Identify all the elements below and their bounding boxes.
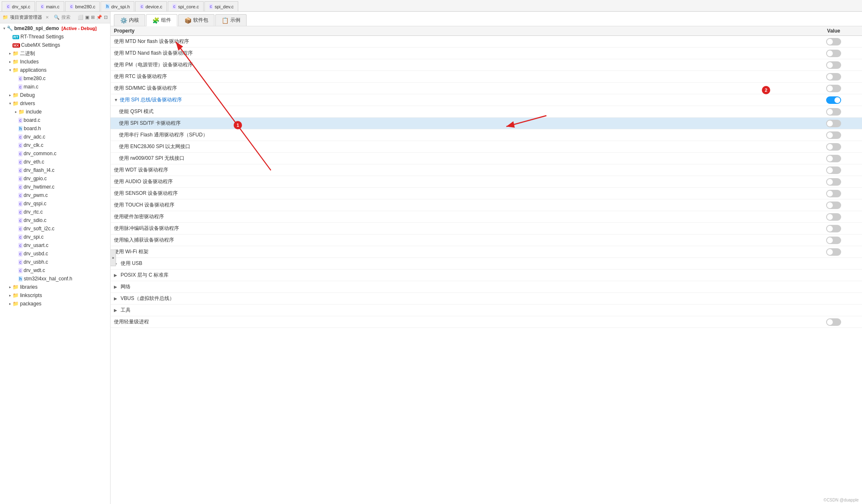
toggle-switch-mtd_nor[interactable] [826,38,841,45]
comp-tab-kernel[interactable]: ⚙️内核 [114,14,145,26]
toggle-switch-wifi[interactable] [826,248,841,256]
tree-item-stm32l4xx_hal_conf_h[interactable]: hstm32l4xx_hal_conf.h [0,275,110,283]
tree-item-binary[interactable]: ▸📁二进制 [0,49,110,58]
tree-item-drv_rtc_c[interactable]: cdrv_rtc.c [0,208,110,216]
toggle-switch-lightweight_process[interactable] [826,318,841,326]
tree-item-main_c[interactable]: cmain.c [0,83,110,91]
tree-item-bme280_c[interactable]: cbme280.c [0,74,110,83]
toggle-switch-mtd_nand[interactable] [826,50,841,57]
sidebar-header: 📁 项目资源管理器 ✕ 🔍 搜索 ⬜ ▣ ⊞ 📌 ⊡ [0,12,110,23]
tree-toggle-libraries[interactable]: ▸ [8,285,13,289]
tab-spi-dev-c[interactable]: c spi_dev.c [204,1,238,11]
tree-toggle-bme280_spi_demo[interactable]: ▾ [2,26,7,30]
toggle-switch-crypto[interactable] [826,213,841,221]
tree-icon-drv_gpio_c: c [18,176,23,181]
tree-item-drv_wdt_c[interactable]: cdrv_wdt.c [0,266,110,275]
tree-item-applications[interactable]: ▾📁applications [0,66,110,74]
tree-item-cubemx_settings[interactable]: MXCubeMX Settings [0,41,110,49]
toggle-switch-sfud[interactable] [826,131,841,139]
tree-item-rt_thread_settings[interactable]: RTRT-Thread Settings [0,33,110,41]
tree-item-drv_soft_i2c_c[interactable]: cdrv_soft_i2c.c [0,224,110,233]
tree-item-board_h[interactable]: hboard.h [0,124,110,133]
tab-device-c[interactable]: c device.c [135,1,167,11]
toggle-switch-qspi[interactable] [826,108,841,116]
tree-item-packages[interactable]: ▸📁packages [0,300,110,308]
table-row-vbus[interactable]: ▶VBUS（虚拟软件总线） [111,293,862,305]
tree-item-drv_adc_c[interactable]: cdrv_adc.c [0,133,110,141]
tree-toggle-linkscripts[interactable]: ▸ [8,293,13,297]
section-arrow-network[interactable]: ▶ [114,285,117,289]
row-label-usb: ▶使用 USB [114,260,809,267]
tree-label-drv_pwm_c: drv_pwm.c [24,192,48,198]
toggle-switch-spi_sdtf[interactable] [826,120,841,127]
tab-drv-spi-c[interactable]: c drv_spi.c [2,1,35,11]
toggle-switch-wdt[interactable] [826,166,841,174]
table-row-usb[interactable]: ▶使用 USB [111,258,862,270]
layout-icon[interactable]: ⊞ [91,15,95,20]
table-row-posix[interactable]: ▶POSIX 层与 C 标准库 [111,270,862,281]
tree-item-drivers[interactable]: ▾📁drivers [0,99,110,108]
tree-item-includes[interactable]: ▸📁Includes [0,58,110,66]
toggle-switch-audio[interactable] [826,178,841,186]
tree-item-bme280_spi_demo[interactable]: ▾🔧bme280_spi_demo[Active - Debug] [0,24,110,33]
toggle-switch-rw009007[interactable] [826,155,841,162]
tab-bme280-c[interactable]: c bme280.c [65,1,100,11]
toggle-switch-rtc[interactable] [826,73,841,81]
tree-item-drv_usbd_c[interactable]: cdrv_usbd.c [0,249,110,258]
tree-toggle-drivers[interactable]: ▾ [8,101,13,106]
tree-item-drv_clk_c[interactable]: cdrv_clk.c [0,141,110,149]
toggle-switch-sdmmc[interactable] [826,85,841,92]
tree-item-libraries[interactable]: ▸📁libraries [0,283,110,291]
tab-main-c[interactable]: c main.c [36,1,64,11]
tab-spi-core-c[interactable]: c spi_core.c [168,1,204,11]
tree-item-linkscripts[interactable]: ▸📁linkscripts [0,291,110,300]
tree-toggle-binary[interactable]: ▸ [8,51,13,55]
tab-drv-spi-h[interactable]: h drv_spi.h [101,1,134,11]
pin-icon[interactable]: 📌 [96,15,102,20]
tree-item-drv_common_c[interactable]: cdrv_common.c [0,149,110,158]
tree-item-drv_qspi_c[interactable]: cdrv_qspi.c [0,199,110,208]
active-badge-bme280_spi_demo: [Active - Debug] [61,26,96,31]
maximize-icon[interactable]: ▣ [85,15,89,20]
toggle-switch-sensor[interactable] [826,190,841,197]
tree-item-include[interactable]: ▸📁include [0,108,110,116]
toggle-knob-wifi [827,249,833,255]
comp-tab-examples[interactable]: 📋示例 [215,14,247,26]
tree-item-drv_hwtimer_c[interactable]: cdrv_hwtimer.c [0,183,110,191]
toggle-knob-enc28j60 [827,144,833,150]
tree-toggle-applications[interactable]: ▾ [8,68,13,72]
tree-item-drv_flash_l4_c[interactable]: cdrv_flash_l4.c [0,166,110,174]
table-row-tools[interactable]: ▶工具 [111,305,862,316]
section-arrow-posix[interactable]: ▶ [114,273,117,277]
window-icon[interactable]: ⊡ [104,15,108,20]
tree-item-drv_usart_c[interactable]: cdrv_usart.c [0,241,110,249]
toggle-switch-enc28j60[interactable] [826,143,841,151]
tree-toggle-packages[interactable]: ▸ [8,302,13,306]
section-arrow-tools[interactable]: ▶ [114,308,117,312]
tree-item-drv_spi_c[interactable]: cdrv_spi.c [0,233,110,241]
toggle-switch-touch[interactable] [826,202,841,209]
tree-toggle-include[interactable]: ▸ [13,110,18,114]
toggle-switch-pulse_encoder[interactable] [826,225,841,232]
tree-item-board_c[interactable]: cboard.c [0,116,110,124]
minimize-icon[interactable]: ⬜ [78,15,83,20]
section-arrow-vbus[interactable]: ▶ [114,296,117,301]
toggle-switch-pm[interactable] [826,61,841,69]
comp-tab-components[interactable]: 🧩组件 [146,14,177,26]
tree-item-drv_pwm_c[interactable]: cdrv_pwm.c [0,191,110,199]
tree-toggle-debug[interactable]: ▸ [8,93,13,97]
sidebar-collapse-button[interactable]: » [111,249,116,266]
toggle-switch-input_capture[interactable] [826,237,841,244]
toggle-switch-spi_bus[interactable] [826,96,841,104]
tree-item-drv_eth_c[interactable]: cdrv_eth.c [0,158,110,166]
tree-item-debug[interactable]: ▸📁Debug [0,91,110,99]
table-row-network[interactable]: ▶网络 [111,281,862,293]
tree-toggle-includes[interactable]: ▸ [8,60,13,64]
row-toggle-container-rw009007 [809,155,859,162]
tree-item-drv_sdio_c[interactable]: cdrv_sdio.c [0,216,110,224]
close-icon[interactable]: ✕ [45,15,49,20]
tree-item-drv_gpio_c[interactable]: cdrv_gpio.c [0,174,110,183]
tree-item-drv_usbh_c[interactable]: cdrv_usbh.c [0,258,110,266]
comp-tab-packages[interactable]: 📦软件包 [178,14,214,26]
expanded-arrow-spi_bus[interactable]: ▼ [114,98,118,102]
